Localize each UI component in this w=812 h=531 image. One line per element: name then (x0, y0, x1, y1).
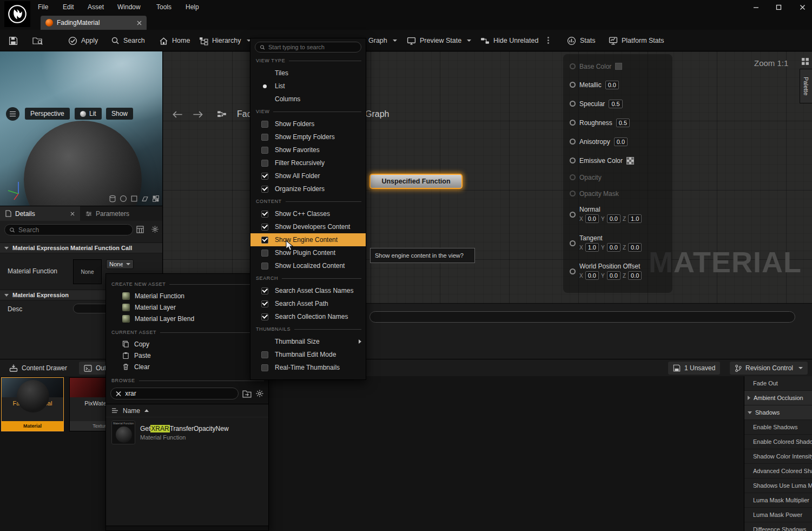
menu-item-material-function[interactable]: Material Function (106, 290, 268, 301)
value-box[interactable]: 0.0 (607, 271, 620, 280)
asset-search-input[interactable] (125, 390, 233, 397)
maximize-button[interactable] (770, 0, 787, 14)
value-box[interactable]: 0.5 (616, 119, 630, 127)
tab-parameters[interactable]: Parameters (80, 206, 162, 221)
pin-circle-icon[interactable] (570, 240, 576, 246)
hide-unrelated-options-button[interactable] (547, 37, 549, 44)
radio-icon[interactable] (261, 70, 268, 77)
collapse-arrow-icon[interactable] (748, 411, 752, 414)
pin-normal[interactable]: Normal X0.0 Y0.0 Z1.0 (563, 206, 642, 226)
plane-shape-button[interactable] (141, 195, 149, 202)
palette-icon[interactable] (801, 57, 809, 65)
pin-roughness[interactable]: Roughness 0.5 (563, 118, 630, 127)
menu-edit[interactable]: Edit (60, 0, 77, 14)
cube-shape-button[interactable] (130, 195, 138, 202)
category-ambient-occlusion[interactable]: Ambient Occlusion (744, 391, 812, 405)
value-box[interactable]: 0.0 (605, 81, 619, 89)
menu-item-clear[interactable]: Clear (106, 361, 268, 372)
checkbox[interactable] (261, 300, 268, 307)
value-box[interactable]: 0.0 (607, 214, 620, 223)
display-filter-button[interactable] (136, 226, 144, 233)
checkbox[interactable] (261, 224, 268, 231)
palette-sidebar-tab[interactable]: Palette (800, 69, 812, 103)
details-settings-gear-button[interactable] (151, 225, 159, 233)
checkbox[interactable] (261, 313, 268, 320)
menu-item-copy[interactable]: Copy (106, 338, 268, 350)
pin-emissive-color[interactable]: Emissive Color (563, 156, 634, 165)
checkbox[interactable] (261, 186, 268, 193)
tab-close-icon[interactable] (137, 21, 142, 25)
option-filter-recursively[interactable]: Filter Recursively (250, 156, 366, 169)
menu-item-material-layer-blend[interactable]: Material Layer Blend (106, 313, 268, 324)
option-thumbnail-edit-mode[interactable]: Thumbnail Edit Mode (250, 348, 366, 361)
option-show-engine-content[interactable]: Show Engine Content (250, 233, 366, 246)
option-thumbnail-size[interactable]: Thumbnail Size (250, 335, 366, 348)
details-tab-close-icon[interactable] (70, 212, 75, 216)
platform-stats-button[interactable]: Platform Stats (609, 30, 664, 51)
pin-anisotropy[interactable]: Anisotropy 0.0 (563, 137, 628, 146)
find-results-search-input[interactable] (369, 311, 795, 323)
pin-tangent[interactable]: Tangent X1.0 Y0.0 Z0.0 (563, 234, 642, 255)
checkbox[interactable] (261, 263, 268, 270)
checkbox[interactable] (261, 134, 268, 141)
option-show-localized-content[interactable]: Show Localized Content (250, 259, 366, 272)
pin-circle-icon[interactable] (570, 139, 576, 145)
stats-button[interactable]: Stats (567, 30, 596, 51)
view-type-tiles[interactable]: Tiles (250, 67, 366, 80)
menu-help[interactable]: Help (182, 0, 202, 14)
option-show-folders[interactable]: Show Folders (250, 117, 366, 130)
revision-control-button[interactable]: Revision Control (730, 362, 808, 375)
category-shadows[interactable]: Shadows (744, 405, 812, 420)
row-enable-shadows[interactable]: Enable Shadows (744, 420, 812, 435)
value-box[interactable]: 0.0 (628, 271, 642, 280)
tab-fadingmaterial[interactable]: FadingMaterial (41, 16, 147, 30)
radio-icon[interactable] (261, 83, 268, 90)
section-material-function-call[interactable]: Material Expression Material Function Ca… (0, 242, 162, 253)
menu-file[interactable]: File (35, 0, 51, 14)
list-settings-icon[interactable] (111, 408, 118, 414)
option-organize-folders[interactable]: Organize Folders (250, 182, 366, 195)
custom-mesh-button[interactable] (152, 195, 160, 202)
material-result-node[interactable]: Base Color Metallic 0.0 Specular 0.5 Rou… (563, 54, 672, 293)
value-box[interactable]: 0.0 (585, 271, 599, 280)
unreal-engine-logo-icon[interactable] (4, 1, 30, 27)
pin-circle-icon[interactable] (570, 120, 576, 126)
value-box[interactable]: 0.0 (607, 243, 620, 252)
results-name-column-header[interactable]: Name (106, 404, 268, 417)
pin-metallic[interactable]: Metallic 0.0 (563, 80, 619, 89)
option-show-plugin-content[interactable]: Show Plugin Content (250, 246, 366, 259)
checkbox[interactable] (261, 237, 268, 244)
option-show-favorites[interactable]: Show Favorites (250, 143, 366, 156)
value-box[interactable]: 0.0 (585, 214, 599, 223)
preview-state-button[interactable]: Preview State (407, 30, 471, 51)
hierarchy-button[interactable]: Hierarchy (199, 30, 251, 51)
radio-icon[interactable] (261, 96, 268, 103)
checkbox[interactable] (261, 147, 268, 154)
nav-back-icon[interactable] (171, 111, 183, 118)
value-box[interactable]: 0.5 (609, 100, 622, 108)
perspective-button[interactable]: Perspective (25, 108, 70, 120)
view-type-list[interactable]: List (250, 80, 366, 93)
details-search[interactable] (4, 224, 133, 235)
asset-result-row[interactable]: Material Function GetXRARTransferOpacity… (106, 417, 268, 448)
pin-circle-icon[interactable] (570, 158, 576, 163)
menu-asset[interactable]: Asset (84, 0, 107, 14)
option-show-developers-content[interactable]: Show Developers Content (250, 220, 366, 233)
search-button[interactable]: Search (111, 30, 145, 51)
pin-circle-icon[interactable] (570, 268, 576, 274)
option-search-asset-class-names[interactable]: Search Asset Class Names (250, 284, 366, 297)
pin-world-position-offset[interactable]: World Position Offset X0.0 Y0.0 Z0.0 (563, 263, 642, 283)
pin-circle-icon[interactable] (570, 191, 576, 196)
menu-window[interactable]: Window (114, 0, 144, 14)
option-real-time-thumbnails[interactable]: Real-Time Thumbnails (250, 361, 366, 374)
material-function-thumbnail[interactable]: None (73, 259, 102, 284)
sphere-shape-button[interactable] (120, 195, 127, 202)
pin-specular[interactable]: Specular 0.5 (563, 99, 623, 108)
view-options-search[interactable] (255, 42, 361, 53)
show-button[interactable]: Show (106, 108, 133, 120)
apply-button[interactable]: Apply (68, 30, 98, 51)
pin-circle-icon[interactable] (570, 212, 576, 218)
pin-base-color[interactable]: Base Color (563, 62, 622, 71)
row-shadows-use-luma-mask[interactable]: Shadows Use Luma Mask (744, 478, 812, 493)
value-box[interactable]: 1.0 (628, 214, 642, 223)
